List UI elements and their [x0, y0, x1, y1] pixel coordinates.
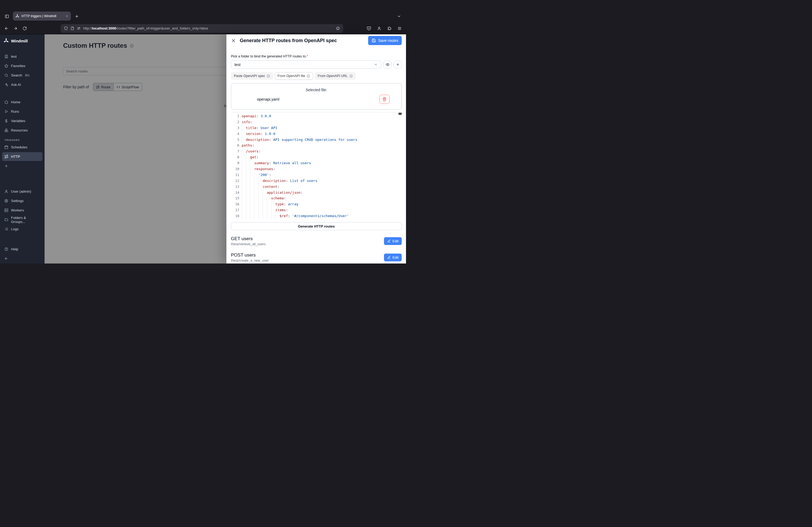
url-bar[interactable]: http://localhost:3000/routes?filter_path…	[61, 24, 343, 33]
indent-guide	[254, 201, 259, 207]
boxes-icon	[4, 128, 8, 132]
sidebar-item-help[interactable]: Help	[2, 245, 42, 254]
sidebar-item-collapse[interactable]	[2, 254, 42, 263]
generated-routes-list: GET usersf/test/retrieve_all_usersEditPO…	[231, 236, 402, 264]
sidebar-item-variables[interactable]: Variables	[2, 117, 42, 125]
edit-route-button[interactable]: Edit	[384, 254, 402, 261]
indent-guide	[246, 213, 250, 219]
help-icon	[4, 247, 8, 251]
sidebar-item-label: Settings	[11, 199, 24, 203]
indent-guide	[250, 160, 254, 166]
extensions-button[interactable]	[385, 24, 394, 33]
account-button[interactable]	[375, 24, 383, 33]
indent-guide	[263, 201, 267, 207]
sidebar-item-resources[interactable]: Resources	[2, 126, 42, 135]
brand-name: Windmill	[11, 39, 28, 43]
sidebar-item-label: Favorites	[11, 64, 25, 68]
sidebar-item-label: Help	[11, 247, 18, 251]
indent-guide	[242, 178, 246, 184]
page-info-icon[interactable]	[70, 26, 74, 30]
indent-guide	[267, 207, 271, 213]
tab-label: From OpenAPI URL	[318, 74, 348, 78]
code-lines: 1openapi: 3.0.02info:3title: User API4ve…	[231, 113, 402, 219]
indent-guide	[242, 195, 246, 201]
indent-guide	[254, 172, 259, 178]
sidebar-item-logs[interactable]: Logs	[2, 225, 42, 234]
indent-guide	[250, 213, 254, 219]
sidebar-item-label: Ask AI	[11, 82, 21, 87]
tracking-protection-icon[interactable]	[64, 26, 68, 30]
list-all-tabs-button[interactable]	[395, 12, 403, 21]
line-number: 3	[231, 125, 239, 131]
sidebar-main-group: HomeRunsVariablesResources	[0, 97, 45, 135]
yaml-code-editor[interactable]: 1openapi: 3.0.02info:3title: User API4ve…	[231, 112, 402, 219]
remove-file-button[interactable]	[379, 95, 390, 104]
browser-toolbar: http://localhost:3000/routes?filter_path…	[0, 22, 406, 34]
file-dropzone[interactable]: Selected file: openapi.yaml	[231, 83, 402, 109]
sidebar-item-http[interactable]: HTTP	[2, 152, 42, 161]
generate-routes-button[interactable]: Generate HTTP routes	[231, 222, 402, 230]
close-drawer-icon[interactable]	[231, 38, 236, 43]
route-row: POST usersf/test/create_a_new_userEdit	[231, 253, 402, 262]
line-number: 17	[231, 207, 239, 213]
bookmark-star-icon[interactable]	[336, 26, 340, 30]
code-line: 6paths:	[231, 142, 402, 148]
sidebar-item-label: Folders & Groups...	[11, 216, 40, 224]
line-number: 7	[231, 148, 239, 154]
spec-source-tab-1[interactable]: From OpenAPI file	[275, 72, 313, 80]
sidebar-item-settings[interactable]: Settings	[2, 196, 42, 205]
route-info: GET usersf/test/retrieve_all_users	[231, 236, 265, 246]
info-icon	[307, 74, 310, 78]
code-line: 17items:	[231, 207, 402, 213]
tab-overview-button[interactable]	[3, 12, 11, 21]
sidebar-item-runs[interactable]: Runs	[2, 107, 42, 116]
pocket-button[interactable]	[365, 24, 373, 33]
sidebar-item-user[interactable]: User (admin)	[2, 187, 42, 196]
new-tab-button[interactable]	[73, 12, 81, 21]
save-routes-button[interactable]: Save routes	[368, 36, 402, 45]
sidebar-item-workspace[interactable]: test	[2, 52, 42, 61]
editor-scrollbar-thumb[interactable]	[398, 113, 402, 115]
permissions-icon[interactable]	[77, 26, 81, 30]
tab-close-icon[interactable]	[65, 15, 69, 18]
folder-select-value: test	[234, 62, 241, 67]
edit-route-button[interactable]: Edit	[384, 237, 402, 245]
sidebar-item-schedules[interactable]: Schedules	[2, 143, 42, 152]
line-number: 13	[231, 184, 239, 190]
indent-guide	[246, 160, 250, 166]
windmill-brand[interactable]: Windmill	[0, 36, 45, 46]
sidebar-item-ask-ai[interactable]: Ask AI	[2, 80, 42, 89]
trash-icon	[382, 97, 387, 102]
indent-guide	[259, 184, 263, 190]
indent-guide	[267, 195, 271, 201]
indent-guide	[242, 184, 246, 190]
app-body: Windmill testFavoritesSearch⌘kAsk AI Hom…	[0, 34, 406, 264]
folder-select[interactable]: test	[231, 60, 381, 69]
browser-tab[interactable]: HTTP triggers | Windmill	[13, 12, 71, 21]
sidebar-item-favorites[interactable]: Favorites	[2, 61, 42, 70]
folder-picker-row: test	[231, 60, 402, 69]
indent-guide	[254, 184, 259, 190]
sidebar-item-label: test	[11, 55, 17, 59]
add-folder-button[interactable]	[394, 61, 402, 69]
spec-source-tab-0[interactable]: Paste OpenAPI spec	[231, 72, 273, 80]
forward-button[interactable]	[11, 24, 20, 33]
sidebar-item-folders-groups[interactable]: Folders & Groups...	[2, 215, 42, 224]
sidebar-item-workers[interactable]: Workers	[2, 206, 42, 215]
reload-button[interactable]	[20, 24, 29, 33]
route-info: POST usersf/test/create_a_new_user	[231, 253, 269, 262]
sparkles-icon	[4, 82, 8, 87]
indent-guide	[254, 195, 259, 201]
toolbar-right-icons	[365, 24, 404, 33]
line-number: 1	[231, 113, 239, 119]
menu-button[interactable]	[395, 24, 404, 33]
sidebar-item-search[interactable]: Search⌘k	[2, 71, 42, 80]
back-button[interactable]	[2, 24, 11, 33]
view-folder-button[interactable]	[383, 61, 392, 69]
sidebar-item-home[interactable]: Home	[2, 98, 42, 107]
indent-guide	[246, 184, 250, 190]
line-number: 2	[231, 119, 239, 125]
spec-source-tab-2[interactable]: From OpenAPI URL	[315, 72, 356, 80]
indent-guide	[271, 213, 276, 219]
sidebar-item-add-trigger[interactable]	[2, 162, 42, 170]
